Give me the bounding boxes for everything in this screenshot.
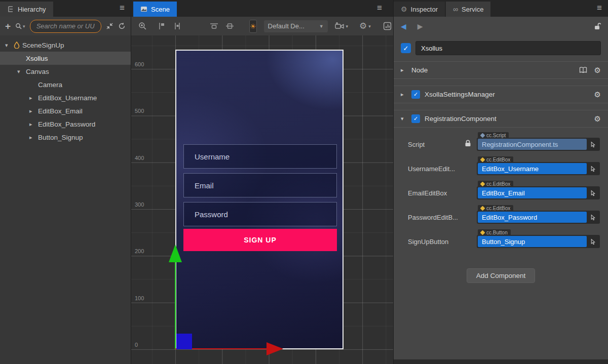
- reference-box: Button_Signup: [477, 235, 600, 248]
- picker-cursor-button[interactable]: [587, 139, 599, 150]
- view-mode-value: Default De...: [268, 22, 305, 30]
- book-icon: [579, 67, 587, 73]
- collapse-all-button[interactable]: [106, 22, 113, 30]
- hierarchy-search-box[interactable]: [30, 20, 101, 33]
- picker-cursor-button[interactable]: [587, 236, 599, 247]
- tab-hierarchy[interactable]: Hierarchy: [0, 2, 53, 17]
- sun-icon: ☀: [250, 22, 256, 30]
- camera-settings-button[interactable]: ▾: [335, 22, 349, 30]
- history-back-button[interactable]: ◀: [401, 22, 406, 30]
- inspector-menu-icon[interactable]: ≡: [597, 3, 602, 13]
- property-row-cc-button: SignUpButtoncc.ButtonButton_Signup: [408, 229, 600, 248]
- align-top-button[interactable]: [210, 22, 218, 30]
- zoom-button[interactable]: [138, 22, 147, 30]
- tree-item-button_signup[interactable]: ▸Button_Signup: [0, 131, 131, 144]
- expand-arrow-icon[interactable]: ▾: [5, 42, 14, 49]
- tab-inspector[interactable]: ⚙ Inspector: [394, 2, 445, 17]
- collapse-arrow-icon[interactable]: ▸: [29, 108, 38, 114]
- tab-hierarchy-label: Hierarchy: [18, 6, 46, 13]
- y-axis-gizmo[interactable]: [175, 262, 176, 349]
- tab-scene-label: Scene: [151, 6, 170, 13]
- editbox-preview-password[interactable]: Password: [183, 202, 337, 226]
- scene-panel: Scene ≡: [131, 0, 394, 364]
- expand-arrow-icon[interactable]: ▾: [17, 68, 26, 75]
- node-name-input[interactable]: [415, 41, 601, 55]
- picker-cursor-button[interactable]: [587, 163, 599, 174]
- signup-button-preview[interactable]: SIGN UP: [183, 229, 337, 251]
- property-label: Script: [408, 132, 465, 148]
- property-label: PasswordEditB...: [408, 205, 465, 221]
- reference-value[interactable]: EditBox_Email: [478, 187, 587, 198]
- view-mode-dropdown[interactable]: Default De... ▼: [264, 20, 328, 32]
- type-tag: cc.EditBox: [478, 205, 513, 212]
- reference-value[interactable]: Button_Signup: [478, 236, 587, 247]
- tab-scene[interactable]: Scene: [133, 2, 177, 17]
- lock-spacer: [465, 181, 477, 188]
- collapse-arrow-icon[interactable]: ▸: [29, 134, 38, 141]
- ruler-label: 0: [135, 342, 138, 348]
- node-docs-button[interactable]: [579, 67, 587, 73]
- scene-canvas-preview[interactable]: UsernameEmailPassword SIGN UP: [175, 50, 344, 349]
- scene-settings-button[interactable]: ⚙ ▾: [359, 22, 371, 30]
- tree-item-camera[interactable]: Camera: [0, 78, 131, 91]
- settings-manager-collapse-arrow-icon[interactable]: ▸: [401, 91, 407, 98]
- refresh-button[interactable]: [118, 22, 126, 30]
- reference-value[interactable]: EditBox_Password: [478, 212, 587, 223]
- tree-item-editbox_username[interactable]: ▸EditBox_Username: [0, 91, 131, 104]
- registration-component-header[interactable]: ▾ ✓ RegistrationComponent ⚙: [394, 110, 608, 128]
- align-right-icon: [173, 22, 181, 30]
- history-forward-button[interactable]: ▶: [417, 22, 423, 30]
- registration-properties: Scriptcc.ScriptRegistrationComponent.tsU…: [394, 128, 608, 248]
- scene-viewport[interactable]: 6005004003002001000 UsernameEmailPasswor…: [131, 35, 393, 364]
- hierarchy-search-input[interactable]: [35, 22, 96, 30]
- picker-cursor-button[interactable]: [587, 187, 599, 198]
- x-axis-arrowhead-icon[interactable]: [267, 342, 283, 355]
- add-node-button[interactable]: +: [5, 21, 11, 31]
- node-section-header[interactable]: ▸ Node ⚙: [394, 61, 608, 79]
- stats-panel-button[interactable]: [383, 22, 392, 30]
- node-settings-gear-icon[interactable]: ⚙: [594, 66, 601, 74]
- editbox-preview-username[interactable]: Username: [183, 144, 337, 169]
- editbox-preview-email[interactable]: Email: [183, 173, 337, 197]
- search-filter-button[interactable]: ▾: [15, 23, 25, 29]
- reference-value[interactable]: EditBox_Username: [478, 163, 587, 174]
- settings-manager-gear-icon[interactable]: ⚙: [594, 91, 601, 98]
- align-right-button[interactable]: [173, 22, 181, 30]
- settings-manager-header[interactable]: ▸ ✓ XsollaSettingsManager ⚙: [394, 86, 608, 103]
- reference-value[interactable]: RegistrationComponent.ts: [478, 139, 587, 150]
- add-component-button[interactable]: Add Component: [467, 268, 536, 283]
- align-left-button[interactable]: [158, 22, 166, 30]
- tree-item-label: Button_Signup: [38, 134, 83, 141]
- light-gizmo-toggle[interactable]: ☀: [249, 20, 257, 33]
- inspector-unlock-button[interactable]: [594, 22, 601, 30]
- registration-enabled-checkbox[interactable]: ✓: [411, 114, 420, 123]
- ruler-label: 500: [135, 108, 144, 114]
- registration-expand-arrow-icon[interactable]: ▾: [401, 115, 407, 122]
- tree-item-label: SceneSignUp: [22, 42, 64, 49]
- tab-service[interactable]: ∞ Service: [446, 2, 490, 17]
- node-collapse-arrow-icon[interactable]: ▸: [401, 67, 407, 73]
- tree-item-xsollus[interactable]: Xsollus: [0, 52, 131, 65]
- tree-item-scenesignup[interactable]: ▾SceneSignUp: [0, 38, 131, 52]
- collapse-arrow-icon[interactable]: ▸: [29, 121, 38, 128]
- hierarchy-toolbar: + ▾: [0, 17, 131, 35]
- collapse-arrow-icon[interactable]: ▸: [29, 95, 38, 101]
- align-top-icon: [210, 22, 218, 30]
- cocos-creator-editor: Hierarchy ≡ + ▾: [0, 0, 608, 364]
- tree-item-editbox_password[interactable]: ▸EditBox_Password: [0, 117, 131, 131]
- hierarchy-menu-icon[interactable]: ≡: [120, 3, 125, 13]
- unlock-icon: [594, 22, 601, 30]
- reference-box: EditBox_Email: [477, 186, 600, 199]
- tree-item-canvas[interactable]: ▾Canvas: [0, 65, 131, 78]
- gear-icon: ⚙: [359, 22, 367, 30]
- origin-gizmo[interactable]: [176, 334, 192, 349]
- registration-gear-icon[interactable]: ⚙: [594, 115, 601, 123]
- settings-manager-enabled-checkbox[interactable]: ✓: [411, 90, 420, 99]
- picker-cursor-button[interactable]: [587, 212, 599, 223]
- registration-component-label: RegistrationComponent: [425, 115, 497, 123]
- scene-menu-icon[interactable]: ≡: [377, 3, 382, 13]
- y-axis-arrowhead-icon[interactable]: [169, 245, 182, 262]
- align-middle-button[interactable]: [225, 22, 234, 30]
- tree-item-editbox_email[interactable]: ▸EditBox_Email: [0, 104, 131, 117]
- node-active-checkbox[interactable]: ✓: [401, 43, 411, 53]
